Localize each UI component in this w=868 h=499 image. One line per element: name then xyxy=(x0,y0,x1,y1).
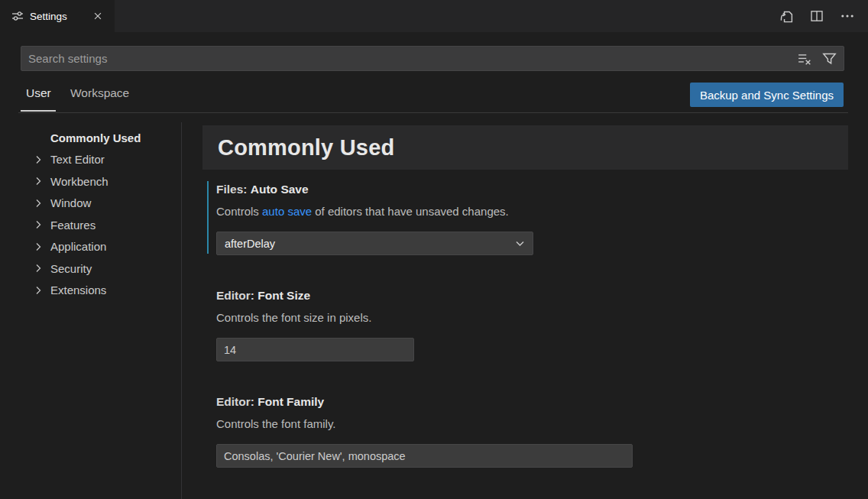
tab-workspace[interactable]: Workspace xyxy=(70,86,129,100)
description-text: Controls the font size in pixels. xyxy=(216,311,371,324)
toc-item-application[interactable]: Application xyxy=(0,236,180,258)
tab-settings[interactable]: Settings xyxy=(0,0,115,32)
dropdown-value: afterDelay xyxy=(225,238,515,250)
toc-item-extensions[interactable]: Extensions xyxy=(0,280,180,302)
setting-title: Editor: Font Size xyxy=(216,288,414,303)
modified-setting-indicator xyxy=(207,181,209,254)
auto-save-dropdown[interactable]: afterDelay xyxy=(216,232,533,255)
setting-files-auto-save: Files: Auto Save Controls auto save of e… xyxy=(216,182,533,255)
setting-category: Editor: xyxy=(216,395,257,408)
chevron-right-icon xyxy=(35,264,42,273)
setting-description: Controls the font size in pixels. xyxy=(216,310,414,326)
toc-divider xyxy=(181,122,182,499)
toc-item-text-editor[interactable]: Text Editor xyxy=(0,149,180,171)
setting-description: Controls auto save of editors that have … xyxy=(216,204,533,219)
setting-editor-font-family: Editor: Font Family Controls the font fa… xyxy=(216,394,633,468)
setting-name: Auto Save xyxy=(251,183,309,196)
chevron-right-icon xyxy=(35,242,42,251)
page-title: Commonly Used xyxy=(218,135,394,160)
chevron-right-icon xyxy=(35,177,42,186)
search-input[interactable] xyxy=(28,52,796,65)
search-actions xyxy=(796,50,837,67)
open-settings-json-icon[interactable] xyxy=(778,8,795,24)
toc-label: Application xyxy=(50,240,106,253)
description-text: Controls xyxy=(216,205,262,218)
chevron-right-icon xyxy=(35,220,42,229)
editor-actions xyxy=(778,0,856,32)
font-family-input[interactable] xyxy=(216,444,633,468)
toc-item-commonly-used[interactable]: Commonly Used xyxy=(0,127,180,149)
chevron-right-icon xyxy=(35,286,42,295)
toc-item-window[interactable]: Window xyxy=(0,193,180,215)
description-text: of editors that have unsaved changes. xyxy=(312,205,509,218)
settings-sliders-icon xyxy=(11,10,24,22)
tab-label: Settings xyxy=(30,11,67,22)
font-size-input[interactable] xyxy=(216,338,414,361)
settings-toc: Commonly Used Text Editor Workbench Wind… xyxy=(0,127,180,301)
backup-and-sync-button[interactable]: Backup and Sync Settings xyxy=(690,83,844,107)
toc-label: Security xyxy=(50,262,92,275)
setting-title: Editor: Font Family xyxy=(216,394,633,410)
tabs-separator xyxy=(18,112,848,113)
editor-tab-bar: Settings xyxy=(0,0,868,32)
auto-save-link[interactable]: auto save xyxy=(262,205,312,218)
setting-name: Font Size xyxy=(257,289,310,302)
setting-editor-font-size: Editor: Font Size Controls the font size… xyxy=(216,288,414,361)
toc-item-security[interactable]: Security xyxy=(0,258,180,280)
description-text: Controls the font family. xyxy=(216,417,335,430)
toc-label: Features xyxy=(50,219,96,232)
toc-label: Workbench xyxy=(50,175,108,188)
more-actions-icon[interactable] xyxy=(839,8,856,24)
setting-name: Font Family xyxy=(257,395,324,408)
filter-icon[interactable] xyxy=(821,50,837,67)
chevron-down-icon xyxy=(515,241,525,247)
close-icon[interactable] xyxy=(90,8,105,24)
clear-search-icon[interactable] xyxy=(796,50,813,67)
setting-category: Editor: xyxy=(216,289,257,302)
section-heading-band: Commonly Used xyxy=(202,125,848,170)
toc-item-workbench[interactable]: Workbench xyxy=(0,170,180,193)
setting-category: Files: xyxy=(216,183,251,196)
toc-label: Window xyxy=(50,196,91,209)
setting-description: Controls the font family. xyxy=(216,416,633,432)
tab-user[interactable]: User xyxy=(26,86,51,100)
search-settings-bar xyxy=(21,46,844,71)
toc-label: Text Editor xyxy=(50,153,105,166)
toc-label: Extensions xyxy=(50,284,106,296)
chevron-right-icon xyxy=(35,155,42,164)
chevron-right-icon xyxy=(35,199,42,208)
toc-item-features[interactable]: Features xyxy=(0,214,180,236)
setting-title: Files: Auto Save xyxy=(216,182,533,197)
split-editor-icon[interactable] xyxy=(808,8,825,24)
active-tab-underline xyxy=(21,110,56,112)
toc-label: Commonly Used xyxy=(50,131,141,144)
